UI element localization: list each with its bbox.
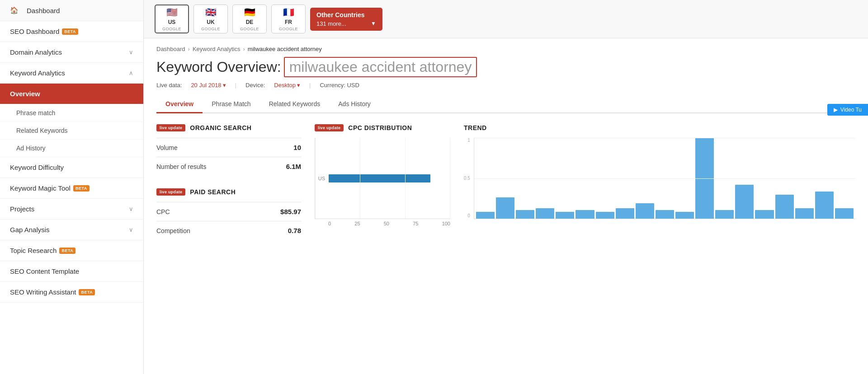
video-tu-btn[interactable]: ▶ Video Tu (827, 104, 868, 116)
us-flag-icon: 🇺🇸 (166, 7, 178, 18)
cpc-distribution-section: live update CPC DISTRIBUTION (315, 124, 450, 226)
trend-bar (755, 210, 774, 219)
sidebar-sub-overview[interactable]: Overview (0, 84, 143, 104)
trend-bar (775, 195, 794, 219)
other-countries-select: 131 more... ▼ (316, 20, 376, 27)
uk-label: UK (207, 19, 214, 25)
page-title-row: Keyword Overview: milwaukee accident att… (156, 57, 855, 77)
sidebar-sub-phrase-match[interactable]: Phrase match (0, 104, 143, 122)
country-us-btn[interactable]: 🇺🇸 US GOOGLE (155, 5, 189, 33)
trend-y-label-1: 1 (464, 138, 470, 143)
keyword-magic-label: Keyword Magic Tool (10, 184, 71, 192)
cpc-bar-container: US (315, 138, 450, 219)
meta-row: Live data: 20 Jul 2018 ▾ | Device: Deskt… (156, 82, 855, 89)
related-keywords-label: Related Keywords (16, 127, 68, 134)
trend-bar (596, 212, 614, 219)
breadcrumb-keyword-analytics[interactable]: Keyword Analytics (193, 46, 241, 52)
projects-label: Projects (10, 205, 34, 213)
cpc-axis-50: 50 (384, 221, 389, 226)
organic-paid-section: live update ORGANIC SEARCH Volume 10 Num… (156, 124, 301, 240)
cpc-axis-0: 0 (328, 221, 331, 226)
sidebar-sub-ad-history[interactable]: Ad History (0, 140, 143, 157)
sidebar-item-keyword-difficulty[interactable]: Keyword Difficulty (0, 157, 143, 178)
us-label: US (168, 19, 176, 25)
sidebar: 🏠 Dashboard SEO Dashboard BETA Domain An… (0, 0, 144, 374)
trend-bar (556, 212, 574, 219)
de-label: DE (246, 19, 254, 25)
country-uk-btn[interactable]: 🇬🇧 UK GOOGLE (193, 5, 228, 33)
projects-chevron-icon: ∨ (129, 206, 133, 212)
competition-label: Competition (156, 227, 190, 234)
tab-phrase-match[interactable]: Phrase Match (203, 96, 259, 113)
sections-row: live update ORGANIC SEARCH Volume 10 Num… (156, 124, 855, 240)
cpc-axis-labels: 0 25 50 75 100 (315, 221, 450, 226)
num-results-value: 6.1M (286, 163, 301, 170)
competition-row: Competition 0.78 (156, 221, 301, 240)
phrase-match-label: Phrase match (16, 109, 55, 117)
tab-related-keywords[interactable]: Related Keywords (260, 96, 330, 113)
topic-research-label: Topic Research (10, 247, 57, 254)
sidebar-item-topic-research[interactable]: Topic Research BETA (0, 240, 143, 261)
chevron-down-icon: ▾ (297, 82, 300, 89)
other-countries-btn[interactable]: Other Countries 131 more... ▼ (310, 8, 382, 31)
cpc-bar-label: US (315, 176, 325, 181)
cpc-value: $85.97 (280, 208, 301, 215)
sidebar-item-keyword-analytics[interactable]: Keyword Analytics ∧ (0, 63, 143, 84)
breadcrumb-dashboard[interactable]: Dashboard (156, 46, 185, 52)
sidebar-item-seo-writing-assistant[interactable]: SEO Writing Assistant BETA (0, 282, 143, 303)
trend-bar (516, 210, 534, 219)
cpc-axis-100: 100 (442, 221, 450, 226)
tab-overview[interactable]: Overview (156, 96, 203, 113)
trend-bar (735, 185, 754, 219)
domain-analytics-label: Domain Analytics (10, 48, 62, 56)
paid-live-badge: live update (156, 188, 185, 196)
sidebar-item-gap-analysis[interactable]: Gap Analysis ∨ (0, 220, 143, 240)
sidebar-item-dashboard[interactable]: 🏠 Dashboard (0, 0, 143, 21)
keyword-difficulty-label: Keyword Difficulty (10, 164, 64, 171)
breadcrumb: Dashboard › Keyword Analytics › milwauke… (156, 46, 855, 52)
chevron-down-icon: ▼ (371, 20, 376, 27)
country-de-btn[interactable]: 🇩🇪 DE GOOGLE (232, 5, 267, 33)
cpc-label: CPC (156, 208, 170, 215)
volume-label: Volume (156, 144, 178, 151)
sidebar-item-domain-analytics[interactable]: Domain Analytics ∨ (0, 42, 143, 63)
page-title-label: Keyword Overview: (156, 59, 281, 75)
num-results-label: Number of results (156, 163, 206, 170)
seo-writing-label: SEO Writing Assistant (10, 288, 76, 296)
sidebar-item-keyword-magic-tool[interactable]: Keyword Magic Tool BETA (0, 178, 143, 199)
num-results-row: Number of results 6.1M (156, 157, 301, 176)
fr-flag-icon: 🇫🇷 (283, 7, 294, 18)
trend-y-label-05: 0.5 (464, 176, 470, 181)
breadcrumb-current: milwaukee accident attorney (248, 46, 322, 52)
trend-section: TREND 1 0.5 0 (464, 124, 855, 219)
trend-bar (496, 197, 514, 219)
keyword-magic-badge: BETA (73, 185, 90, 192)
device-selector[interactable]: Desktop ▾ (274, 82, 300, 89)
country-selector-bar: 🇺🇸 US GOOGLE 🇬🇧 UK GOOGLE 🇩🇪 DE GOOGLE 🇫… (144, 0, 868, 38)
sidebar-item-seo-dashboard[interactable]: SEO Dashboard BETA (0, 21, 143, 42)
chevron-down-icon: ∨ (129, 49, 133, 56)
de-engine-label: GOOGLE (240, 27, 259, 31)
country-fr-btn[interactable]: 🇫🇷 FR GOOGLE (271, 5, 306, 33)
live-data-date[interactable]: 20 Jul 2018 ▾ (191, 82, 226, 89)
trend-bar (815, 192, 834, 219)
sidebar-item-seo-content-template[interactable]: SEO Content Template (0, 261, 143, 282)
device-label: Device: (245, 82, 265, 89)
organic-search-header: live update ORGANIC SEARCH (156, 124, 301, 131)
currency-label: Currency: USD (320, 82, 359, 89)
sidebar-item-projects[interactable]: Projects ∨ (0, 199, 143, 220)
sidebar-sub-related-keywords[interactable]: Related Keywords (0, 122, 143, 140)
tab-ads-history[interactable]: Ads History (329, 96, 380, 113)
competition-value: 0.78 (288, 227, 301, 234)
fr-engine-label: GOOGLE (279, 27, 298, 31)
cpc-axis-75: 75 (413, 221, 418, 226)
cpc-chart: US 0 25 50 75 100 (315, 138, 450, 226)
page-title-keyword[interactable]: milwaukee accident attorney (284, 57, 477, 77)
trend-bar (715, 210, 734, 219)
us-engine-label: GOOGLE (162, 27, 181, 31)
gap-analysis-label: Gap Analysis (10, 226, 50, 234)
cpc-row: CPC $85.97 (156, 202, 301, 221)
trend-bar (795, 208, 814, 219)
organic-live-badge: live update (156, 124, 185, 131)
play-icon: ▶ (834, 107, 838, 113)
